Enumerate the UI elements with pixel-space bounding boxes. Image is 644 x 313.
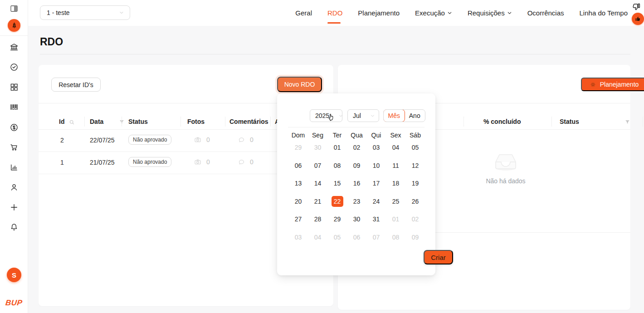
calendar-day[interactable]: 03 — [293, 232, 304, 243]
comments-cell: 0 — [238, 136, 254, 143]
sidebar: S BUP — [0, 0, 28, 313]
calendar-day[interactable]: 07 — [371, 232, 382, 243]
grid-icon[interactable] — [10, 83, 19, 92]
barcode-icon[interactable] — [10, 103, 19, 112]
bell-icon[interactable] — [10, 223, 19, 232]
tab-requisicoes[interactable]: Requisições — [468, 9, 512, 17]
filter-icon[interactable] — [624, 119, 630, 125]
calendar-day[interactable]: 27 — [293, 214, 304, 225]
chevron-down-icon — [447, 10, 452, 15]
calendar-day[interactable]: 21 — [312, 196, 324, 207]
calendar-day-selected[interactable]: 22 — [332, 196, 343, 207]
column-header-data[interactable]: Data — [90, 118, 125, 125]
calendar-day[interactable]: 12 — [410, 160, 421, 171]
calendar-day[interactable]: 09 — [410, 232, 421, 243]
calendar-day[interactable]: 30 — [312, 142, 324, 153]
camera-icon — [194, 136, 201, 143]
title-divider — [40, 54, 630, 54]
thumbs-up-icon[interactable] — [632, 13, 644, 25]
column-header-pct: % concluído — [483, 118, 521, 125]
calendar-day[interactable]: 08 — [390, 232, 402, 243]
calendar-day[interactable]: 24 — [371, 196, 382, 207]
calendar-day[interactable]: 05 — [410, 142, 421, 153]
calendar-day[interactable]: 06 — [293, 160, 304, 171]
chevron-down-icon — [507, 10, 512, 15]
bank-icon[interactable] — [10, 43, 19, 52]
calendar-divider — [288, 127, 424, 127]
tab-planejamento[interactable]: Planejamento — [358, 9, 400, 17]
status-badge: Não aprovado — [128, 135, 171, 145]
user-avatar[interactable]: S — [7, 268, 21, 282]
calendar-day[interactable]: 26 — [410, 196, 421, 207]
calendar-day[interactable]: 15 — [332, 178, 343, 189]
mode-segmented-control: Mês Ano — [383, 109, 425, 122]
row-id: 1 — [60, 159, 64, 166]
column-header-comentarios: Comentários — [229, 118, 268, 125]
photos-cell: 0 — [194, 158, 210, 166]
calendar-day[interactable]: 04 — [312, 232, 324, 243]
calendar-day[interactable]: 07 — [312, 160, 324, 171]
calendar-day[interactable]: 29 — [293, 142, 304, 153]
plus-icon[interactable] — [10, 203, 19, 212]
topbar: 1 - teste Geral RDO Planejamento Execuçã… — [28, 0, 644, 26]
calendar-day[interactable]: 02 — [410, 214, 421, 225]
calendar-day[interactable]: 13 — [293, 178, 304, 189]
calendar-day[interactable]: 31 — [371, 214, 382, 225]
bar-chart-icon[interactable] — [10, 163, 19, 172]
column-header-status[interactable]: Status — [560, 118, 630, 125]
new-rdo-button[interactable]: Novo RDO — [277, 77, 322, 92]
mode-year-option[interactable]: Ano — [405, 110, 425, 122]
calendar-day[interactable]: 18 — [390, 178, 402, 189]
panel-toggle-icon[interactable] — [10, 4, 19, 13]
calendar-day[interactable]: 05 — [332, 232, 343, 243]
planning-button[interactable]: Planejamento — [581, 78, 644, 91]
calendar-day[interactable]: 20 — [293, 196, 304, 207]
rocket-icon[interactable] — [8, 19, 20, 32]
tab-geral[interactable]: Geral — [295, 9, 312, 17]
calendar-day[interactable]: 28 — [312, 214, 324, 225]
calendar-day[interactable]: 02 — [351, 142, 363, 153]
calendar-day[interactable]: 14 — [312, 178, 324, 189]
reset-ids-button[interactable]: Resetar ID's — [51, 78, 101, 92]
mode-month-option[interactable]: Mês — [383, 109, 405, 122]
cart-icon[interactable] — [10, 143, 19, 152]
calendar-day[interactable]: 19 — [410, 178, 421, 189]
check-circle-icon[interactable] — [10, 63, 19, 72]
tab-rdo[interactable]: RDO — [327, 9, 342, 17]
gear-icon — [590, 81, 596, 88]
calendar-day[interactable]: 06 — [351, 232, 363, 243]
calendar-day[interactable]: 30 — [351, 214, 363, 225]
chevron-down-icon — [119, 10, 124, 15]
row-id: 2 — [60, 137, 64, 144]
thumbs-down-icon[interactable] — [631, 2, 641, 12]
year-select[interactable]: 2025 — [310, 109, 342, 122]
calendar-day[interactable]: 09 — [351, 160, 363, 171]
search-icon[interactable] — [69, 119, 75, 125]
column-header-id[interactable]: Id — [59, 118, 75, 125]
tab-linha-do-tempo[interactable]: Linha do Tempo — [580, 9, 628, 17]
main-nav: Geral RDO Planejamento Execução Requisiç… — [295, 0, 628, 26]
calendar-day[interactable]: 17 — [371, 178, 382, 189]
calendar-day[interactable]: 04 — [390, 142, 402, 153]
comment-icon — [238, 137, 245, 143]
dollar-circle-icon[interactable] — [10, 123, 19, 132]
calendar-day[interactable]: 08 — [332, 160, 343, 171]
empty-text: Não há dados — [469, 177, 542, 185]
calendar-day[interactable]: 25 — [390, 196, 402, 207]
status-badge: Não aprovado — [128, 157, 171, 167]
chevron-down-icon — [338, 113, 343, 118]
calendar-day[interactable]: 16 — [351, 178, 363, 189]
tab-execucao[interactable]: Execução — [415, 9, 452, 17]
calendar-day[interactable]: 29 — [332, 214, 343, 225]
create-button[interactable]: Criar — [424, 250, 453, 264]
calendar-day[interactable]: 03 — [371, 142, 382, 153]
user-icon[interactable] — [10, 183, 19, 192]
calendar-day[interactable]: 11 — [390, 160, 402, 171]
calendar-day[interactable]: 01 — [390, 214, 402, 225]
calendar-day[interactable]: 23 — [351, 196, 363, 207]
month-select[interactable]: Jul — [347, 109, 379, 122]
calendar-day[interactable]: 10 — [371, 160, 382, 171]
project-select[interactable]: 1 - teste — [40, 5, 130, 20]
tab-ocorrencias[interactable]: Ocorrências — [527, 9, 564, 17]
calendar-day[interactable]: 01 — [332, 142, 343, 153]
